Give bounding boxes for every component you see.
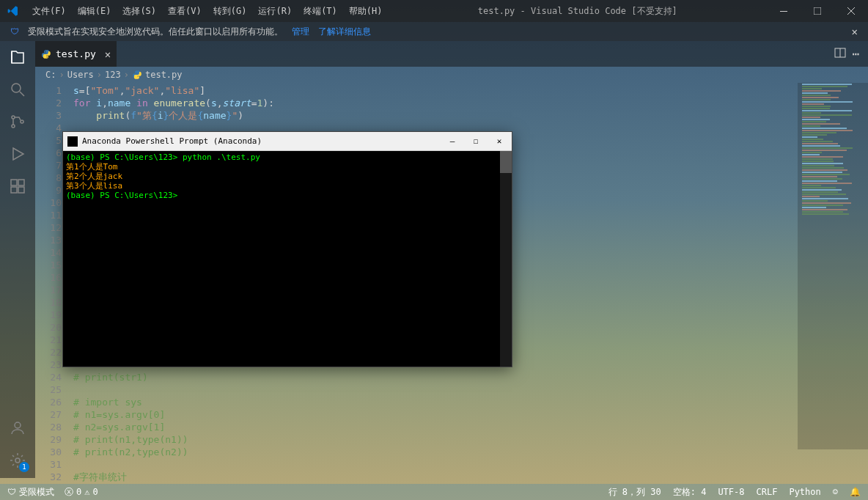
status-restricted[interactable]: 🛡 受限模式 — [7, 486, 54, 499]
maximize-button[interactable] — [801, 0, 834, 22]
terminal-line: 第1个人是Tom — [66, 162, 509, 172]
extensions-icon[interactable] — [9, 177, 26, 195]
gear-badge: 1 — [19, 462, 29, 472]
explorer-icon[interactable] — [9, 48, 26, 66]
terminal-body[interactable]: (base) PS C:\Users\123> python .\test.py… — [63, 151, 512, 367]
shield-icon: 🛡 — [10, 26, 19, 37]
breadcrumb-part[interactable]: Users — [67, 70, 94, 80]
menu-item[interactable]: 选择(S) — [117, 5, 162, 18]
vscode-logo-icon — [0, 5, 26, 17]
svg-rect-0 — [780, 11, 787, 12]
svg-rect-11 — [18, 180, 24, 185]
menu-item[interactable]: 查看(V) — [162, 5, 207, 18]
restricted-message: 受限模式旨在实现安全地浏览代码。信任此窗口以启用所有功能。 — [28, 26, 283, 38]
breadcrumb-part[interactable]: C: — [45, 70, 56, 80]
terminal-minimize-button[interactable]: — — [444, 136, 460, 146]
minimize-button[interactable] — [767, 0, 801, 22]
svg-point-7 — [12, 125, 15, 128]
activity-bar: 1 — [0, 41, 35, 478]
titlebar: 文件(F)编辑(E)选择(S)查看(V)转到(G)运行(R)终端(T)帮助(H)… — [0, 0, 868, 22]
tab-bar: test.py ✕ ⋯ — [35, 41, 868, 67]
breadcrumb[interactable]: C:›Users›123›test.py — [35, 67, 868, 83]
svg-rect-10 — [11, 180, 17, 185]
breadcrumb-part[interactable]: test.py — [145, 70, 183, 80]
svg-marker-9 — [13, 148, 23, 160]
terminal-line: 第3个人是lisa — [66, 181, 509, 191]
python-file-icon — [132, 70, 142, 80]
menu-item[interactable]: 帮助(H) — [343, 5, 389, 18]
menu-item[interactable]: 文件(F) — [26, 5, 72, 18]
minimap[interactable] — [798, 83, 868, 449]
svg-rect-12 — [11, 187, 17, 193]
breadcrumb-separator-icon: › — [124, 70, 129, 80]
status-feedback-icon[interactable]: ☺ — [833, 487, 838, 497]
terminal-scrollbar[interactable] — [500, 151, 512, 367]
terminal-app-icon — [67, 136, 78, 147]
close-restricted-button[interactable]: ✕ — [852, 26, 858, 37]
svg-point-6 — [12, 116, 15, 119]
breadcrumb-part[interactable]: 123 — [105, 70, 121, 80]
manage-link[interactable]: 管理 — [292, 26, 309, 38]
svg-point-4 — [12, 84, 21, 92]
close-tab-button[interactable]: ✕ — [105, 48, 111, 60]
terminal-line: (base) PS C:\Users\123> — [66, 191, 509, 200]
learn-more-link[interactable]: 了解详细信息 — [318, 26, 371, 38]
svg-line-5 — [20, 92, 24, 96]
menu-item[interactable]: 运行(R) — [252, 5, 298, 18]
svg-rect-13 — [18, 187, 24, 193]
menu-item[interactable]: 转到(G) — [207, 5, 253, 18]
svg-point-14 — [15, 422, 21, 428]
account-icon[interactable] — [9, 419, 26, 437]
gear-icon[interactable]: 1 — [9, 452, 26, 469]
breadcrumb-separator-icon: › — [59, 70, 64, 80]
more-actions-icon[interactable]: ⋯ — [852, 47, 859, 61]
terminal-line: 第2个人是jack — [66, 172, 509, 181]
menu-bar: 文件(F)编辑(E)选择(S)查看(V)转到(G)运行(R)终端(T)帮助(H) — [26, 5, 389, 18]
status-bell-icon[interactable]: 🔔 — [850, 487, 861, 497]
statusbar: 🛡 受限模式 ⓧ 0 ⚠ 0 行 8，列 30 空格: 4 UTF-8 CRLF… — [0, 484, 868, 500]
run-debug-icon[interactable] — [9, 145, 26, 163]
terminal-close-button[interactable]: ✕ — [491, 136, 507, 146]
close-button[interactable] — [834, 0, 868, 22]
terminal-line: (base) PS C:\Users\123> python .\test.py — [66, 152, 509, 162]
svg-rect-1 — [814, 7, 821, 15]
split-editor-icon[interactable] — [834, 47, 846, 61]
svg-point-8 — [21, 120, 23, 123]
menu-item[interactable]: 终端(T) — [298, 5, 343, 18]
window-title: test.py - Visual Studio Code [不受支持] — [389, 5, 768, 18]
restricted-mode-bar: 🛡 受限模式旨在实现安全地浏览代码。信任此窗口以启用所有功能。 管理 了解详细信… — [0, 22, 868, 41]
status-spaces[interactable]: 空格: 4 — [673, 486, 707, 499]
tab-label: test.py — [56, 48, 96, 59]
python-file-icon — [41, 49, 51, 59]
status-ln-col[interactable]: 行 8，列 30 — [608, 486, 661, 499]
terminal-maximize-button[interactable]: ☐ — [468, 136, 484, 146]
status-problems[interactable]: ⓧ 0 ⚠ 0 — [65, 486, 98, 499]
status-language[interactable]: Python — [789, 487, 820, 497]
tab-test-py[interactable]: test.py ✕ — [35, 41, 117, 67]
terminal-titlebar[interactable]: Anaconda Powershell Prompt (Anaconda) — … — [63, 132, 512, 151]
menu-item[interactable]: 编辑(E) — [72, 5, 117, 18]
source-control-icon[interactable] — [9, 113, 26, 130]
terminal-title: Anaconda Powershell Prompt (Anaconda) — [82, 136, 262, 146]
status-encoding[interactable]: UTF-8 — [718, 487, 744, 497]
svg-point-15 — [15, 458, 20, 463]
status-eol[interactable]: CRLF — [757, 487, 778, 497]
breadcrumb-separator-icon: › — [97, 70, 102, 80]
search-icon[interactable] — [9, 81, 26, 98]
terminal-window[interactable]: Anaconda Powershell Prompt (Anaconda) — … — [62, 131, 512, 367]
window-controls — [767, 0, 868, 22]
